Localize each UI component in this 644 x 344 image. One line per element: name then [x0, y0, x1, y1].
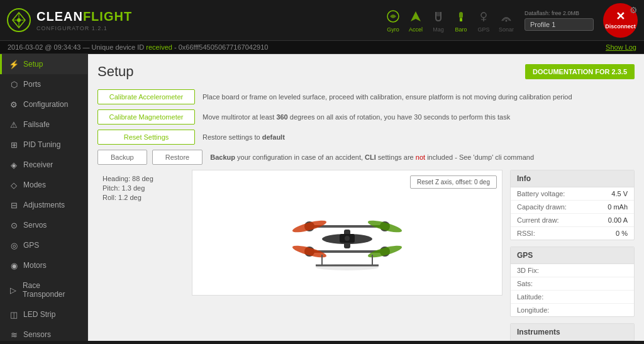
ports-icon: ⬡ [9, 80, 18, 89]
svg-point-5 [481, 13, 486, 18]
accel-label: Accel [409, 26, 423, 33]
calibrate-accel-button[interactable]: Calibrate Accelerometer [97, 89, 195, 104]
page-title: Setup [97, 64, 134, 80]
sidebar-label-failsafe: Failsafe [23, 120, 50, 129]
current-draw-row: Current draw: 0.00 A [511, 214, 634, 227]
sidebar-item-led-strip[interactable]: ◫ LED Strip [0, 304, 87, 325]
sidebar-item-configuration[interactable]: ⚙ Configuration [0, 94, 87, 114]
svg-rect-3 [459, 12, 463, 18]
calibrate-mag-text: Move multirotor at least 360 degrees on … [203, 113, 510, 121]
sidebar-item-motors[interactable]: ◉ Motors [0, 255, 87, 275]
sidebar-item-servos[interactable]: ⊙ Servos [0, 215, 87, 235]
sensors-icon: ≋ [9, 330, 18, 339]
calibrate-accel-text: Place board or frame on leveled surface,… [203, 93, 572, 101]
sidebar-item-gps[interactable]: ◎ GPS [0, 235, 87, 255]
pid-icon: ⊞ [9, 140, 18, 149]
logo-text: CLEAN FLIGHT CONFIGURATOR 1.2.1 [36, 9, 132, 31]
sidebar-item-modes[interactable]: ◇ Modes [0, 175, 87, 195]
reset-settings-button[interactable]: Reset Settings [97, 130, 195, 145]
baro-label: Baro [455, 26, 467, 33]
sidebar-label-adjustments: Adjustments [23, 201, 65, 209]
backup-bold: Backup [210, 153, 235, 161]
setup-icon: ⚡ [9, 60, 18, 69]
failsafe-icon: ⚠ [9, 120, 18, 129]
svg-rect-4 [460, 18, 462, 21]
info-card: Info Battery voltage: 4.5 V Capacity dra… [510, 170, 635, 240]
reset-z-button[interactable]: Reset Z axis, offset: 0 deg [410, 175, 497, 189]
gps-3dfix-label: 3D Fix: [517, 267, 539, 274]
rssi-row: RSSI: 0 % [511, 227, 634, 240]
sensor-baro: Baro [452, 8, 470, 33]
race-transponder-icon: ▷ [9, 286, 18, 294]
drone-svg [253, 182, 441, 283]
content-area: Setup DOCUMENTATION FOR 2.3.5 Calibrate … [88, 54, 644, 341]
dataflash-text: Dataflash: free 2.0MB [525, 10, 579, 16]
gyro-icon [384, 8, 402, 25]
modes-icon: ◇ [9, 180, 18, 189]
sidebar-item-sensors[interactable]: ≋ Sensors [0, 325, 87, 341]
pitch-label-text: Pitch: [103, 184, 120, 192]
logo-clean: CLEAN [36, 9, 83, 24]
led-strip-icon: ◫ [9, 310, 18, 319]
sidebar-item-setup[interactable]: ⚡ Setup [0, 54, 87, 74]
sidebar-item-pid-tuning[interactable]: ⊞ PID Tuning [0, 135, 87, 155]
instruments-header: Instruments [511, 324, 634, 341]
documentation-button[interactable]: DOCUMENTATION FOR 2.3.5 [525, 64, 635, 79]
servos-icon: ⊙ [9, 221, 18, 230]
status-bar-left: 2016-03-02 @ 09:34:43 — Unique device ID… [8, 43, 268, 51]
sidebar-item-ports[interactable]: ⬡ Ports [0, 74, 87, 94]
profile-selector-area: Dataflash: free 2.0MB Profile 1 Profile … [525, 10, 594, 31]
sensor-bar: Gyro Accel Mag Baro [384, 8, 515, 33]
gyro-label: Gyro [387, 26, 399, 33]
backup-button[interactable]: Backup [97, 150, 147, 165]
mag-icon [430, 8, 447, 25]
cli-bold: CLI [365, 153, 376, 161]
roll-label: Roll: 1.2 deg [103, 194, 187, 201]
battery-voltage-label: Battery voltage: [517, 190, 565, 197]
restore-button[interactable]: Restore [152, 150, 203, 165]
logo-version: CONFIGURATOR 1.2.1 [36, 25, 132, 31]
sidebar-item-adjustments[interactable]: ⊟ Adjustments [0, 195, 87, 215]
model-3d-view: Reset Z axis, offset: 0 deg [192, 170, 502, 296]
calibration-section: Calibrate Accelerometer Place board or f… [97, 89, 635, 165]
profile-select[interactable]: Profile 1 Profile 2 Profile 3 [525, 18, 594, 31]
sidebar-item-failsafe[interactable]: ⚠ Failsafe [0, 114, 87, 135]
sensor-mag: Mag [430, 8, 447, 33]
instruments-card: Instruments [510, 323, 635, 341]
disconnect-label: Disconnect [605, 23, 636, 30]
model-section: Heading: 88 deg Pitch: 1.3 deg Roll: 1.2… [97, 170, 635, 341]
calibrate-mag-button[interactable]: Calibrate Magnetometer [97, 109, 195, 125]
heading-label: Heading: 88 deg [103, 175, 187, 182]
svg-point-1 [17, 18, 21, 22]
show-log-text[interactable]: Show Log [606, 43, 636, 51]
rssi-label: RSSI: [517, 230, 535, 237]
heading-label-text: Heading: [103, 175, 130, 182]
reset-settings-text: Restore settings to default [203, 133, 285, 141]
model-3d-area: Reset Z axis, offset: 0 deg Info Battery… [192, 170, 635, 341]
sidebar-item-race-transponder[interactable]: ▷ Race Transponder [0, 275, 87, 304]
sonar-icon [497, 8, 515, 25]
received-text: received [146, 43, 172, 51]
sidebar-label-pid-tuning: PID Tuning [23, 140, 60, 149]
calibrate-accel-row: Calibrate Accelerometer Place board or f… [97, 89, 635, 104]
status-bar: 2016-03-02 @ 09:34:43 — Unique device ID… [0, 41, 644, 54]
gps-latitude-label: Latitude: [517, 293, 543, 301]
gps-card: GPS 3D Fix: Sats: Latitude: [510, 247, 635, 317]
sidebar-label-receiver: Receiver [23, 160, 53, 169]
device-id: - 0x66fff545050677167042910 [174, 43, 268, 51]
battery-voltage-value: 4.5 V [611, 190, 628, 197]
reset-settings-row: Reset Settings Restore settings to defau… [97, 130, 635, 145]
sidebar-label-configuration: Configuration [23, 100, 68, 109]
gps-label: GPS [477, 26, 489, 33]
rssi-value: 0 % [616, 230, 628, 237]
sidebar-item-receiver[interactable]: ◈ Receiver [0, 155, 87, 175]
timestamp: 2016-03-02 @ 09:34:43 [8, 43, 80, 51]
motors-icon: ◉ [9, 261, 18, 270]
roll-value: 1.2 deg [118, 194, 142, 201]
show-log-link[interactable]: Show Log [606, 43, 636, 51]
pitch-label: Pitch: 1.3 deg [103, 184, 187, 192]
sensor-accel: Accel [407, 8, 425, 33]
backup-restore-row: Backup Restore Backup your configuration… [97, 150, 635, 165]
sidebar-label-ports: Ports [23, 80, 41, 89]
gear-icon[interactable]: ⚙ [630, 5, 638, 15]
